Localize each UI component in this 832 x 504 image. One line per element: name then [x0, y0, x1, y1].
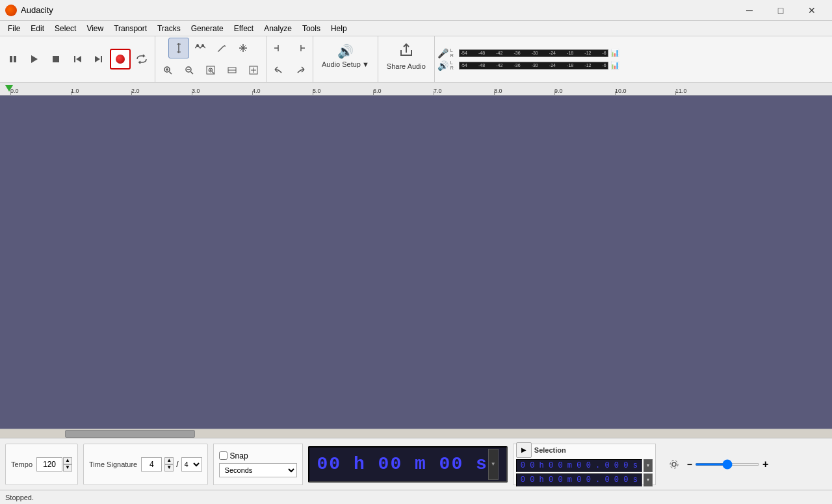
time-sig-slash: /: [176, 460, 178, 469]
audio-setup-button[interactable]: 🔊 Audio Setup ▼: [316, 38, 375, 74]
bottom-bar: Tempo ▲ ▼ Time Signature ▲ ▼ / 4 2 8 16: [0, 438, 832, 490]
scrollbar-thumb[interactable]: [65, 430, 195, 438]
menu-select[interactable]: Select: [49, 23, 81, 34]
selection-start-row: 0 0 h 0 0 m 0 0 . 0 0 0 s ▼: [516, 459, 653, 472]
snap-checkbox[interactable]: [219, 451, 228, 460]
skip-start-button[interactable]: [67, 49, 88, 69]
ruler-mark-10: 10.0: [615, 83, 675, 95]
trim-button[interactable]: [268, 38, 289, 58]
ts-num-down[interactable]: ▼: [164, 464, 174, 472]
menu-edit[interactable]: Edit: [25, 23, 49, 34]
svg-rect-6: [101, 56, 102, 62]
snap-section: Snap Seconds Milliseconds Beats Bars: [213, 444, 303, 485]
stop-button[interactable]: [46, 49, 66, 69]
selection-end-dropdown[interactable]: ▼: [644, 473, 653, 486]
maximize-button[interactable]: □: [766, 0, 796, 21]
svg-point-43: [670, 460, 678, 468]
menu-transport[interactable]: Transport: [109, 23, 152, 34]
time-sig-numerator[interactable]: [141, 457, 162, 472]
svg-marker-5: [76, 56, 81, 62]
ruler-mark-6: 6.0: [373, 83, 434, 95]
vu-clip-indicator: 📊: [610, 49, 619, 57]
menu-help[interactable]: Help: [326, 23, 352, 34]
ruler-mark-8: 8.0: [494, 83, 554, 95]
tempo-value[interactable]: [36, 457, 62, 472]
share-icon: [398, 42, 414, 61]
menu-file[interactable]: File: [3, 23, 25, 34]
menu-tracks[interactable]: Tracks: [152, 23, 186, 34]
ruler-marks: 0.0 1.0 2.0 3.0 4.0 5.0 6.0 7.0 8.0 9.0 …: [10, 83, 736, 95]
ruler-mark-5: 5.0: [313, 83, 373, 95]
share-audio-label: Share Audio: [387, 62, 426, 70]
selection-start-display: 0 0 h 0 0 m 0 0 . 0 0 0 s: [516, 459, 642, 472]
selection-start-dropdown[interactable]: ▼: [644, 459, 653, 472]
redo-button[interactable]: [290, 60, 311, 81]
share-audio-button[interactable]: Share Audio: [381, 38, 432, 74]
select-tool-button[interactable]: [168, 38, 189, 58]
menu-generate[interactable]: Generate: [186, 23, 229, 34]
play-button[interactable]: [24, 49, 45, 69]
menu-tools[interactable]: Tools: [297, 23, 326, 34]
multi-tool-button[interactable]: [233, 38, 254, 58]
skip-end-button[interactable]: [88, 49, 109, 69]
speaker-out-icon: 🔊: [437, 60, 448, 71]
menu-analyze[interactable]: Analyze: [259, 23, 297, 34]
window-controls: ─ □ ✕: [734, 0, 827, 21]
vu-out-clip-indicator: 📊: [610, 61, 619, 69]
envelope-tool-button[interactable]: [190, 38, 211, 58]
output-vu-meter[interactable]: -54-48-42-36-30-24-18-12-6: [459, 62, 608, 69]
ruler-mark-3: 3.0: [192, 83, 252, 95]
menu-view[interactable]: View: [81, 23, 109, 34]
menu-effect[interactable]: Effect: [229, 23, 259, 34]
app-icon: [5, 5, 17, 16]
svg-rect-3: [53, 56, 59, 62]
snap-label[interactable]: Snap: [230, 451, 248, 460]
ruler-mark-9: 9.0: [554, 83, 615, 95]
draw-tool-button[interactable]: [211, 38, 232, 58]
zoom-in-button[interactable]: [157, 60, 178, 81]
tempo-up-arrow[interactable]: ▲: [63, 457, 72, 464]
selection-section: ▶ Selection 0 0 h 0 0 m 0 0 . 0 0 0 s ▼ …: [513, 444, 656, 485]
tempo-down-arrow[interactable]: ▼: [63, 464, 72, 472]
pause-button[interactable]: [3, 49, 23, 69]
ts-num-up[interactable]: ▲: [164, 457, 174, 464]
time-display[interactable]: 00 h 00 m 00 s ▼: [308, 446, 508, 483]
undo-button[interactable]: [268, 60, 289, 81]
ruler-mark-7: 7.0: [434, 83, 494, 95]
menu-bar: File Edit Select View Transport Tracks G…: [0, 21, 832, 36]
zoom-out-button[interactable]: [179, 60, 200, 81]
track-canvas[interactable]: [0, 95, 832, 429]
selection-play-button[interactable]: ▶: [516, 442, 532, 458]
zoom-fit-button[interactable]: [222, 60, 242, 81]
ruler-mark-11: 11.0: [675, 83, 736, 95]
svg-marker-2: [31, 55, 38, 63]
close-button[interactable]: ✕: [797, 0, 827, 21]
minimize-button[interactable]: ─: [734, 0, 764, 21]
loop-button[interactable]: [131, 49, 152, 69]
input-vu-row: 🎤 L R -54-48-42-36-30-24-18-12-6 📊: [437, 48, 619, 58]
record-button[interactable]: [110, 49, 131, 69]
selection-label: Selection: [534, 446, 566, 454]
time-sig-denominator[interactable]: 4 2 8 16: [181, 457, 202, 472]
svg-point-42: [672, 462, 676, 466]
toolbar: 🔊 Audio Setup ▼ Share Audio 🎤 L R: [0, 36, 832, 82]
zoom-sel-button[interactable]: [200, 60, 221, 81]
audio-setup-group: 🔊 Audio Setup ▼: [313, 36, 378, 82]
volume-slider[interactable]: [695, 463, 760, 466]
speaker-icon: 🔊: [337, 44, 354, 59]
svg-point-11: [196, 44, 199, 47]
transport-group: [0, 36, 155, 82]
svg-line-25: [191, 72, 194, 75]
snap-dropdown[interactable]: Seconds Milliseconds Beats Bars: [219, 463, 297, 477]
horizontal-scrollbar[interactable]: [0, 429, 832, 438]
audio-setup-arrow: ▼: [362, 60, 369, 68]
input-vu-meter[interactable]: -54-48-42-36-30-24-18-12-6: [459, 49, 608, 57]
tempo-section: Tempo ▲ ▼: [5, 444, 78, 485]
audio-setup-label: Audio Setup: [322, 60, 361, 68]
time-display-dropdown[interactable]: ▼: [488, 449, 499, 480]
settings-gear-button[interactable]: [664, 454, 684, 475]
svg-point-12: [202, 44, 204, 47]
zoom-fit-width-button[interactable]: [243, 60, 264, 81]
silence-button[interactable]: [290, 38, 311, 58]
ruler-mark-0: 0.0: [10, 83, 71, 95]
